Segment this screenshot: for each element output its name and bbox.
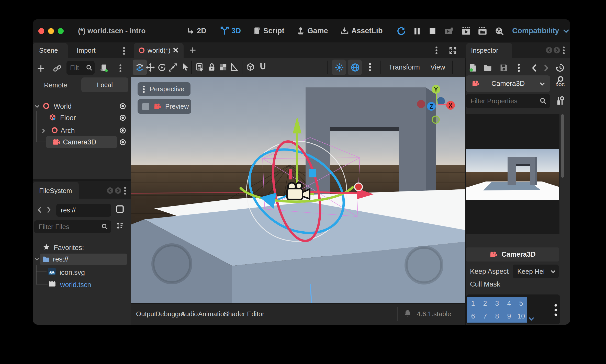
dock-move-right-icon[interactable] <box>115 187 121 194</box>
renderer-selector[interactable]: Compatibility <box>512 19 569 42</box>
lock-icon[interactable] <box>208 63 216 72</box>
expand-viewport-icon[interactable] <box>449 47 457 54</box>
tool-scale-icon[interactable] <box>169 63 177 72</box>
workspace-3d[interactable]: 3D <box>220 19 241 42</box>
visibility-eye-icon[interactable] <box>119 127 127 134</box>
view-options-menu-icon[interactable] <box>369 63 371 72</box>
history-back-icon[interactable] <box>37 206 42 213</box>
file-filter-field[interactable] <box>34 220 111 233</box>
resource-menu-dots-icon[interactable] <box>518 63 520 72</box>
close-icon[interactable] <box>173 47 179 53</box>
movie-folder-icon[interactable] <box>478 27 487 35</box>
open-docs-icon[interactable]: DOC <box>555 76 565 87</box>
instance-scene-link-icon[interactable] <box>53 65 61 72</box>
inspector-dock-menu-icon[interactable] <box>563 46 565 54</box>
bottom-tab-audio[interactable]: Audio <box>181 310 198 318</box>
tool-rotate-icon[interactable] <box>158 63 166 72</box>
menu-view[interactable]: View <box>430 63 445 71</box>
perspective-button[interactable]: Perspective <box>138 82 190 96</box>
split-view-icon[interactable] <box>116 205 124 213</box>
axis-neg-x-ball[interactable] <box>417 100 425 108</box>
cull-mask-cell-9[interactable]: 9 <box>503 310 515 323</box>
history-clock-icon[interactable] <box>555 63 565 72</box>
close-window-button[interactable] <box>38 28 44 34</box>
tree-row-camera3d-selected[interactable]: Camera3D <box>46 136 117 148</box>
inspector-tools-icon[interactable] <box>556 96 565 106</box>
gizmo-z-plane-handle[interactable] <box>309 169 316 177</box>
scene-tabs-menu-icon[interactable] <box>435 46 438 54</box>
new-resource-icon[interactable] <box>469 63 477 72</box>
preview-checkbox[interactable] <box>142 103 149 110</box>
visibility-eye-icon[interactable] <box>119 139 127 145</box>
visibility-eye-icon[interactable] <box>119 103 127 109</box>
camera3d-section-header[interactable]: Camera3D <box>466 247 559 261</box>
chevron-right-icon[interactable] <box>42 128 45 133</box>
tab-import[interactable]: Import <box>77 47 96 54</box>
camera-preview-toggle[interactable]: Preview <box>138 99 191 114</box>
tab-filesystem[interactable]: FileSystem <box>39 187 72 195</box>
gizmo-x-ball-handle[interactable] <box>355 183 362 191</box>
cull-mask-cell-6[interactable]: 6 <box>467 310 479 323</box>
tool-select-icon[interactable] <box>181 63 189 72</box>
notification-bell-icon[interactable] <box>404 310 411 317</box>
select-list-icon[interactable] <box>196 63 205 72</box>
history-forward-icon[interactable] <box>47 206 51 213</box>
version-label[interactable]: 4.6.1.stable <box>417 310 451 318</box>
chevron-down-icon[interactable] <box>35 105 40 108</box>
bottom-tab-shader-editor[interactable]: Shader Editor <box>224 310 264 318</box>
new-scene-tab-icon[interactable] <box>189 47 196 54</box>
stop-icon[interactable] <box>429 28 436 35</box>
axis-neg-y-ball[interactable] <box>432 116 439 123</box>
bottom-tab-debugger[interactable]: Debugger <box>155 310 185 318</box>
play-scene-icon[interactable] <box>444 27 453 35</box>
tab-scene[interactable]: Scene <box>39 47 58 54</box>
scene-tab-world[interactable]: world(*) <box>134 43 184 58</box>
scene-filter-field[interactable] <box>66 61 95 75</box>
inspector-filter-field[interactable] <box>466 94 550 108</box>
bottom-tab-output[interactable]: Output <box>136 310 156 318</box>
pause-icon[interactable] <box>413 27 421 35</box>
dock-move-right-icon[interactable] <box>553 47 560 54</box>
tool-move-icon[interactable] <box>146 63 155 72</box>
local-space-cube-icon[interactable] <box>246 63 255 72</box>
node-selector-dropdown[interactable]: Camera3D <box>466 75 550 92</box>
chevron-down-icon[interactable] <box>35 257 39 261</box>
ruler-icon[interactable] <box>230 63 238 71</box>
toggle-remote[interactable]: Remote <box>44 81 67 89</box>
preview-environment-globe-icon[interactable] <box>351 63 360 72</box>
visibility-eye-icon[interactable] <box>119 115 127 121</box>
edit-back-icon[interactable] <box>532 64 537 72</box>
cull-mask-cell-8[interactable]: 8 <box>491 310 503 323</box>
gizmo-x-plane-handle[interactable] <box>289 169 292 179</box>
cull-mask-cell-2[interactable]: 2 <box>479 297 491 310</box>
scene-dock-menu-icon[interactable] <box>123 47 125 55</box>
cull-mask-cell-5[interactable]: 5 <box>515 297 527 310</box>
group-icon[interactable] <box>219 63 228 72</box>
load-resource-folder-icon[interactable] <box>484 64 492 72</box>
cull-mask-menu-dots-icon[interactable] <box>554 303 557 317</box>
movie-play-icon[interactable] <box>462 27 470 35</box>
cull-mask-cell-7[interactable]: 7 <box>479 310 491 323</box>
workspace-game[interactable]: Game <box>297 19 328 42</box>
keep-aspect-dropdown[interactable]: Keep Hei <box>513 265 559 278</box>
add-node-icon[interactable] <box>37 65 45 72</box>
dock-splitter[interactable] <box>33 179 131 181</box>
scene-tree-menu-icon[interactable] <box>119 64 122 72</box>
film-reel-search-icon[interactable] <box>495 27 504 36</box>
cull-mask-expand-chevron-icon[interactable] <box>528 317 534 321</box>
dock-move-left-icon[interactable] <box>546 47 553 54</box>
minimize-window-button[interactable] <box>48 28 54 34</box>
dock-move-left-icon[interactable] <box>107 187 114 194</box>
menu-transform[interactable]: Transform <box>389 63 420 71</box>
inspector-scrollbar[interactable] <box>561 114 564 178</box>
cull-mask-cell-10[interactable]: 10 <box>515 310 527 323</box>
viewport-3d[interactable]: Y Z X Perspective Preview <box>131 77 465 303</box>
cull-mask-cell-1[interactable]: 1 <box>467 297 479 310</box>
save-resource-floppy-icon[interactable] <box>500 64 508 72</box>
workspace-assetlib[interactable]: AssetLib <box>341 19 383 42</box>
edit-forward-icon[interactable] <box>544 64 549 72</box>
preview-sunlight-icon[interactable] <box>335 63 344 72</box>
path-field[interactable] <box>56 204 111 217</box>
file-sort-icon[interactable] <box>116 222 124 230</box>
zoom-window-button[interactable] <box>58 28 64 34</box>
